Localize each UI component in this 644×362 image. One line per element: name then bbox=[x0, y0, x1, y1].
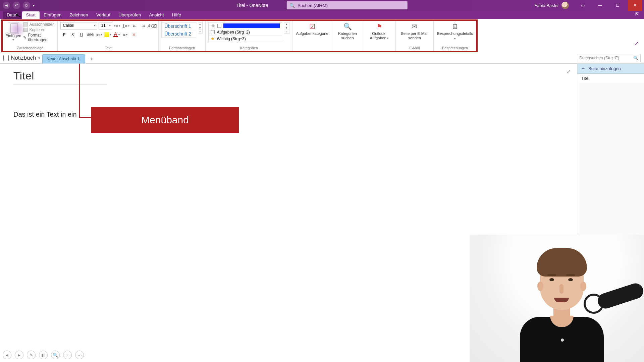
copy-button[interactable]: Kopieren bbox=[23, 27, 55, 32]
font-family-select[interactable]: Calibri bbox=[60, 22, 97, 29]
pen-button[interactable]: ✎ bbox=[27, 351, 36, 359]
tab-history[interactable]: Verlauf bbox=[92, 11, 114, 19]
tag-label: Wichtig (Strg+3) bbox=[217, 37, 246, 41]
add-page-button[interactable]: ＋ Seite hinzufügen bbox=[577, 64, 644, 74]
tab-help[interactable]: Hilfe bbox=[168, 11, 185, 19]
eraser-button[interactable]: ◧ bbox=[39, 351, 48, 359]
meeting-icon: 🗓 bbox=[450, 22, 460, 31]
email-icon: ✉ bbox=[410, 22, 420, 31]
tags-group-label: Kategorien bbox=[208, 45, 289, 51]
smiley-icon[interactable]: ☺ bbox=[23, 2, 30, 9]
qat-dropdown-icon[interactable]: ▾ bbox=[33, 4, 38, 7]
ribbon-group-text: Calibri 11 •≡ 1≡ ⇤ ⇥ A⌫ F K U abc x₂ A ≡ bbox=[58, 21, 159, 51]
tags-expand-icon[interactable]: ▿ bbox=[284, 30, 289, 33]
page-list-item[interactable]: Titel bbox=[577, 74, 644, 83]
highlight-button[interactable] bbox=[104, 31, 111, 38]
paste-button[interactable]: Einfügen ▾ bbox=[5, 22, 21, 42]
copy-icon bbox=[23, 28, 28, 32]
ribbon-group-styles: Überschrift 1 Überschrift 2 ▴ ▾ ▿ Format… bbox=[159, 21, 206, 51]
format-painter-button[interactable]: ✎Format übertragen bbox=[23, 33, 55, 42]
styles-scroll-down-icon[interactable]: ▾ bbox=[198, 26, 203, 30]
tags-gallery[interactable]: ☺ Aufgaben (Strg+2) ★ Wichtig (Strg+3) bbox=[208, 22, 282, 42]
callout-connector bbox=[79, 117, 91, 118]
user-account[interactable]: Fabio Basler bbox=[534, 2, 569, 9]
ribbon-display-icon[interactable]: ▭ bbox=[576, 0, 590, 11]
add-section-button[interactable]: ＋ bbox=[87, 55, 95, 63]
highlight-icon bbox=[104, 32, 109, 37]
indent-button[interactable]: ⇥ bbox=[140, 22, 147, 29]
strike-button[interactable]: abc bbox=[87, 31, 94, 38]
styles-scroll-up-icon[interactable]: ▴ bbox=[198, 22, 203, 26]
prev-slide-button[interactable]: ◄ bbox=[3, 351, 11, 359]
meeting-details-button[interactable]: 🗓 Besprechungsdetails Besprechungen bbox=[434, 21, 476, 51]
clear-format-button[interactable]: A⌫ bbox=[148, 22, 156, 29]
find-tags-button[interactable]: 🔍 Kategorien suchen bbox=[332, 21, 363, 51]
playback-controls: ◄ ► ✎ ◧ 🔍 ▭ ⋯ bbox=[3, 351, 84, 359]
expand-page-icon[interactable]: ⤢ bbox=[567, 68, 571, 75]
text-group-label: Text bbox=[60, 45, 156, 51]
section-search[interactable]: Durchsuchen (Strg+E) 🔍 bbox=[577, 54, 641, 62]
tag-row-1[interactable]: ☺ bbox=[209, 22, 282, 29]
task-category-button[interactable]: ☑ Aufgabenkategorie bbox=[292, 21, 332, 51]
tab-start[interactable]: Start bbox=[22, 11, 40, 19]
back-icon[interactable]: ◄ bbox=[3, 2, 10, 9]
notebook-icon bbox=[3, 55, 9, 61]
close-icon[interactable]: ✕ bbox=[628, 0, 642, 11]
styles-expand-icon[interactable]: ▿ bbox=[198, 30, 203, 33]
tag-selected-highlight bbox=[223, 23, 280, 28]
section-tab[interactable]: Neuer Abschnitt 1 bbox=[42, 54, 86, 63]
more-button[interactable]: ⋯ bbox=[75, 351, 84, 359]
tab-draw[interactable]: Zeichnen bbox=[65, 11, 92, 19]
tab-insert[interactable]: Einfügen bbox=[40, 11, 65, 19]
section-search-placeholder: Durchsuchen (Strg+E) bbox=[579, 56, 619, 60]
font-color-button[interactable]: A bbox=[113, 31, 120, 38]
callout-label: Menüband bbox=[91, 107, 239, 133]
tag-row-2[interactable]: Aufgaben (Strg+2) bbox=[209, 29, 282, 36]
page-title[interactable]: Titel bbox=[13, 70, 577, 82]
fullscreen-icon[interactable]: ⤢ bbox=[633, 40, 640, 47]
search-icon: 🔍 bbox=[289, 3, 295, 8]
style-heading-1[interactable]: Überschrift 1 bbox=[162, 22, 196, 30]
underline-button[interactable]: U bbox=[78, 31, 85, 38]
zoom-button[interactable]: 🔍 bbox=[51, 351, 60, 359]
global-search[interactable]: 🔍 Suchen (Alt+M) bbox=[287, 1, 408, 9]
delete-format-button[interactable]: ✕ bbox=[130, 31, 138, 38]
tag-row-3[interactable]: ★ Wichtig (Strg+3) bbox=[209, 36, 282, 42]
outdent-button[interactable]: ⇤ bbox=[131, 22, 138, 29]
plus-icon: ＋ bbox=[581, 65, 586, 72]
subscript-button[interactable]: x₂ bbox=[95, 31, 103, 38]
outlook-tasks-button[interactable]: ⚑ Outlook-Aufgaben bbox=[363, 21, 396, 51]
undo-icon[interactable]: ↶ bbox=[13, 2, 20, 9]
styles-gallery[interactable]: Überschrift 1 Überschrift 2 bbox=[161, 22, 196, 38]
cut-button[interactable]: Ausschneiden bbox=[23, 22, 55, 27]
tags-scroll-down-icon[interactable]: ▾ bbox=[284, 26, 289, 30]
document-title: Titel - OneNote bbox=[236, 3, 268, 8]
number-list-button[interactable]: 1≡ bbox=[122, 22, 129, 29]
email-page-button[interactable]: ✉ Seite per E-Mail senden E-Mail bbox=[396, 21, 434, 51]
cut-icon bbox=[23, 22, 28, 26]
ribbon-tabs: Datei Start Einfügen Zeichnen Verlauf Üb… bbox=[0, 11, 644, 19]
checkbox-icon bbox=[211, 30, 215, 34]
tab-view[interactable]: Ansicht bbox=[145, 11, 168, 19]
titlebar: ◄ ↶ ☺ ▾ Titel - OneNote 🔍 Suchen (Alt+M)… bbox=[0, 0, 644, 11]
style-heading-2[interactable]: Überschrift 2 bbox=[162, 30, 196, 38]
bold-button[interactable]: F bbox=[60, 31, 68, 38]
tags-scroll-up-icon[interactable]: ▴ bbox=[284, 22, 289, 26]
next-slide-button[interactable]: ► bbox=[15, 351, 23, 359]
slideshow-button[interactable]: ▭ bbox=[63, 351, 72, 359]
notebook-selector[interactable]: Notizbuch ▾ bbox=[3, 55, 40, 63]
minimize-icon[interactable]: — bbox=[593, 0, 607, 11]
paste-icon bbox=[8, 22, 19, 34]
chevron-down-icon: ▾ bbox=[38, 56, 40, 60]
align-button[interactable]: ≡ bbox=[121, 31, 129, 38]
font-size-select[interactable]: 11 bbox=[99, 22, 112, 29]
tab-review[interactable]: Überprüfen bbox=[114, 11, 145, 19]
italic-button[interactable]: K bbox=[69, 31, 76, 38]
maximize-icon[interactable]: ☐ bbox=[610, 0, 625, 11]
bullet-list-button[interactable]: •≡ bbox=[113, 22, 121, 29]
tab-file[interactable]: Datei bbox=[3, 11, 21, 19]
find-tags-icon: 🔍 bbox=[342, 22, 353, 31]
microphone bbox=[584, 285, 644, 312]
share-icon[interactable]: ⇱ bbox=[635, 12, 641, 18]
search-icon: 🔍 bbox=[633, 56, 638, 60]
